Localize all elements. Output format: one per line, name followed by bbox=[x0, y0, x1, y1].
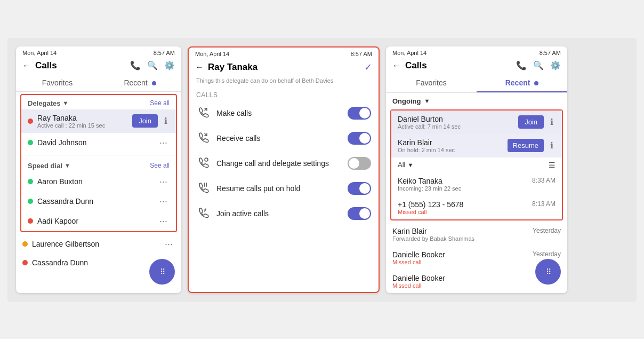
join-button-daniel[interactable]: Join bbox=[518, 115, 544, 129]
nav-title-right: Calls bbox=[405, 60, 512, 71]
more-btn-david[interactable]: ··· bbox=[157, 137, 170, 148]
ongoing-label: Ongoing bbox=[392, 97, 421, 105]
karin-sub: On hold: 2 min 14 sec bbox=[398, 147, 503, 153]
more-btn-cassandra[interactable]: ··· bbox=[157, 196, 170, 207]
grid-icon-left: ⠿ bbox=[160, 267, 165, 276]
recent-karin-blair2[interactable]: Karin Blair Forwarded by Babak Shammas Y… bbox=[386, 223, 567, 246]
resume-button-karin[interactable]: Resume bbox=[508, 139, 544, 152]
time-mid: 8:57 AM bbox=[351, 51, 372, 57]
more-btn-aadi[interactable]: ··· bbox=[157, 216, 170, 227]
contact-aaron[interactable]: Aaron Buxton ··· bbox=[21, 172, 176, 192]
number-name: +1 (555) 123 - 5678 bbox=[398, 200, 528, 209]
contact-cassandra-1[interactable]: Cassandra Dunn ··· bbox=[21, 192, 176, 211]
contact-ray-tanaka[interactable]: Ray Tanaka Active call : 22 min 15 sec J… bbox=[21, 109, 176, 133]
status-bar-right: Mon, April 14 8:57 AM bbox=[386, 46, 567, 58]
tabs-bar-right: Favorites Recent bbox=[386, 74, 567, 93]
keiko-info: Keiko Tanaka Incoming: 23 min 22 sec bbox=[398, 177, 528, 192]
call-incoming-icon bbox=[196, 131, 210, 146]
status-dot-red-cassandra2 bbox=[22, 260, 28, 265]
ray-tanaka-info: Ray Tanaka Active call : 22 min 15 sec bbox=[37, 114, 128, 129]
contact-aadi[interactable]: Aadi Kapoor ··· bbox=[21, 211, 176, 231]
receive-calls-label: Receive calls bbox=[216, 134, 341, 143]
back-button-right[interactable]: ← bbox=[392, 61, 401, 70]
karin2-info: Karin Blair Forwarded by Babak Shammas bbox=[392, 227, 528, 242]
date-mid: Mon, April 14 bbox=[195, 51, 229, 57]
cassandra-name: Cassandra Dunn bbox=[37, 197, 153, 206]
recent-number[interactable]: +1 (555) 123 - 5678 Missed call 8:13 AM bbox=[391, 196, 562, 219]
daniel-info: Daniel Burton Active call: 7 min 14 sec bbox=[398, 115, 514, 130]
chevron-down-ongoing[interactable]: ▼ bbox=[424, 98, 430, 104]
chevron-down-icon[interactable]: ▼ bbox=[62, 100, 68, 106]
join-button-ray[interactable]: Join bbox=[132, 114, 158, 128]
number-info: +1 (555) 123 - 5678 Missed call bbox=[398, 200, 528, 215]
danielle2-sub: Missed call bbox=[392, 282, 561, 289]
permission-join-calls: Join active calls bbox=[189, 201, 379, 226]
time-right: 8:57 AM bbox=[540, 50, 561, 56]
settings-call-icon bbox=[196, 156, 210, 171]
date-right: Mon, April 14 bbox=[392, 50, 426, 56]
filter-label: All bbox=[398, 161, 405, 169]
toggle-join-calls[interactable] bbox=[348, 207, 371, 220]
tab-recent-right[interactable]: Recent bbox=[477, 74, 567, 92]
more-btn-aaron[interactable]: ··· bbox=[157, 176, 170, 187]
contact-daniel-burton[interactable]: Daniel Burton Active call: 7 min 14 sec … bbox=[391, 111, 562, 134]
david-name: David Johnson bbox=[37, 138, 153, 147]
delegate-settings-label: Change call and delegate settings bbox=[216, 159, 341, 168]
cassandra-info: Cassandra Dunn bbox=[37, 197, 153, 206]
contact-laurence[interactable]: Laurence Gilbertson ··· bbox=[16, 234, 181, 254]
status-dot-green-david bbox=[28, 140, 33, 145]
danielle1-name: Danielle Booker bbox=[392, 250, 528, 259]
filter-icon[interactable]: ☰ bbox=[549, 161, 556, 169]
call-icon-right[interactable]: 📞 bbox=[516, 60, 527, 70]
nav-icons-left: 📞 🔍 ⚙️ bbox=[130, 60, 175, 70]
recent-dot-left bbox=[152, 81, 156, 85]
nav-title-left: Calls bbox=[35, 60, 126, 71]
join-calls-label: Join active calls bbox=[216, 209, 341, 218]
toggle-delegate-settings[interactable] bbox=[348, 157, 371, 170]
back-button-left[interactable]: ← bbox=[22, 61, 31, 70]
fab-button-left[interactable]: ⠿ bbox=[149, 259, 175, 285]
date-left: Mon, April 14 bbox=[22, 50, 57, 56]
chevron-down-speed[interactable]: ▼ bbox=[65, 162, 70, 169]
settings-icon-left[interactable]: ⚙️ bbox=[164, 60, 175, 70]
make-calls-label: Make calls bbox=[216, 109, 341, 117]
status-dot-green-aaron bbox=[28, 179, 33, 184]
back-button-mid[interactable]: ← bbox=[195, 62, 204, 72]
more-btn-laurence[interactable]: ··· bbox=[163, 239, 175, 250]
david-info: David Johnson bbox=[37, 138, 153, 147]
contact-karin-blair[interactable]: Karin Blair On hold: 2 min 14 sec Resume… bbox=[391, 134, 562, 157]
settings-icon-right[interactable]: ⚙️ bbox=[550, 60, 561, 70]
search-icon-left[interactable]: 🔍 bbox=[147, 60, 158, 70]
call-join-icon bbox=[196, 207, 210, 221]
aaron-name: Aaron Buxton bbox=[37, 177, 153, 186]
ongoing-section: Daniel Burton Active call: 7 min 14 sec … bbox=[390, 109, 563, 220]
danielle1-time: Yesterday bbox=[533, 250, 561, 258]
aaron-info: Aaron Buxton bbox=[37, 177, 153, 186]
fab-button-right[interactable]: ⠿ bbox=[535, 259, 561, 285]
call-hold-icon bbox=[196, 182, 210, 196]
tab-recent-left[interactable]: Recent bbox=[99, 74, 181, 91]
call-icon-left[interactable]: 📞 bbox=[130, 60, 141, 70]
delegates-see-all[interactable]: See all bbox=[150, 99, 170, 107]
permission-receive-calls: Receive calls bbox=[189, 126, 379, 151]
info-button-ray[interactable]: ℹ bbox=[162, 116, 170, 126]
toggle-resume-hold[interactable] bbox=[348, 182, 371, 195]
contact-david-johnson[interactable]: David Johnson ··· bbox=[21, 133, 176, 153]
checkmark-mid[interactable]: ✓ bbox=[364, 61, 372, 73]
grid-icon-right: ⠿ bbox=[546, 267, 551, 276]
laurence-info: Laurence Gilbertson bbox=[32, 240, 158, 248]
speed-dial-title: Speed dial ▼ bbox=[28, 162, 70, 170]
danielle1-info: Danielle Booker Missed call bbox=[392, 250, 528, 265]
chevron-down-filter[interactable]: ▼ bbox=[407, 162, 413, 168]
number-time: 8:13 AM bbox=[532, 200, 556, 208]
info-button-daniel[interactable]: ℹ bbox=[548, 117, 556, 127]
permission-resume-hold: Resume calls put on hold bbox=[189, 176, 379, 201]
recent-keiko[interactable]: Keiko Tanaka Incoming: 23 min 22 sec 8:3… bbox=[391, 172, 562, 196]
tab-favorites-left[interactable]: Favorites bbox=[16, 74, 99, 91]
tab-favorites-right[interactable]: Favorites bbox=[386, 74, 477, 92]
speed-dial-see-all[interactable]: See all bbox=[150, 162, 170, 169]
info-button-karin[interactable]: ℹ bbox=[548, 140, 556, 151]
toggle-receive-calls[interactable] bbox=[348, 132, 371, 145]
toggle-make-calls[interactable] bbox=[348, 107, 371, 120]
search-icon-right[interactable]: 🔍 bbox=[533, 60, 544, 70]
